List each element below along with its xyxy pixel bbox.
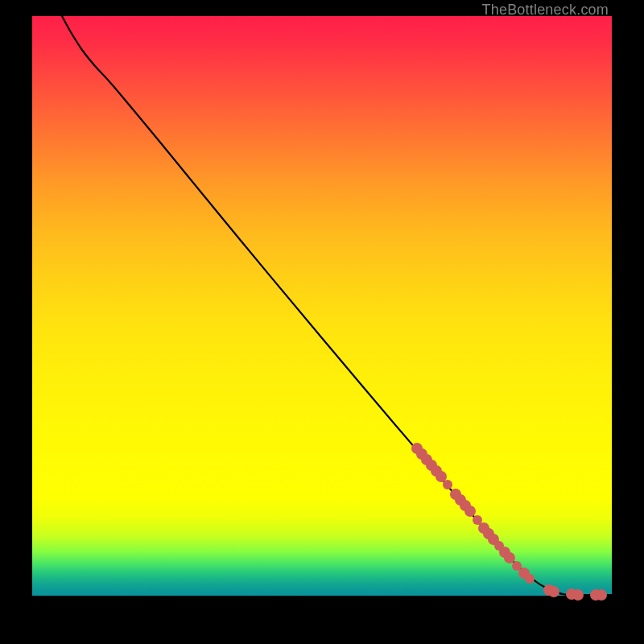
chart-data-points bbox=[411, 443, 607, 601]
data-point bbox=[525, 574, 535, 584]
data-point bbox=[464, 506, 476, 517]
chart-overlay bbox=[32, 16, 612, 596]
chart-curve bbox=[62, 16, 612, 595]
data-point bbox=[504, 552, 515, 564]
data-point bbox=[572, 589, 584, 601]
data-point bbox=[548, 586, 559, 597]
data-point bbox=[443, 480, 452, 489]
data-point bbox=[596, 589, 607, 601]
chart-frame bbox=[32, 16, 612, 596]
